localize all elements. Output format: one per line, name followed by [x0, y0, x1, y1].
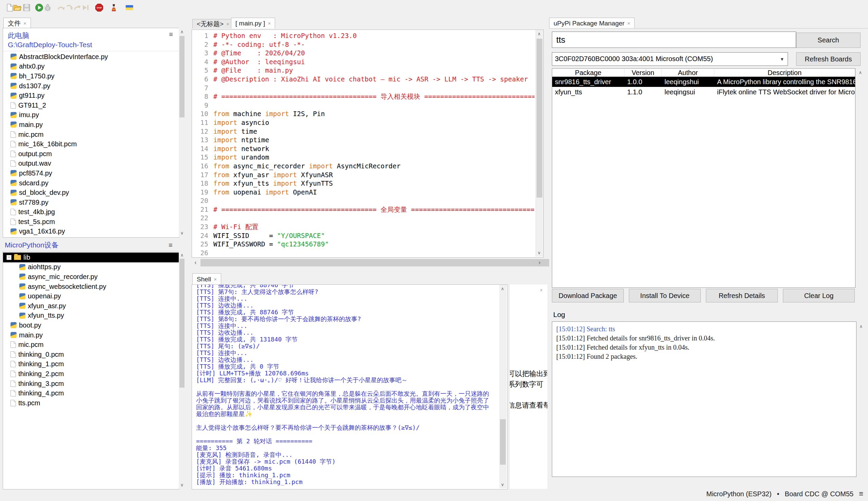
file-item[interactable]: test_5s.pcm — [3, 217, 179, 227]
device-item[interactable]: tts.pcm — [3, 398, 179, 408]
scroll-up-icon[interactable] — [536, 31, 542, 37]
file-item[interactable]: mic_16k_16bit.pcm — [3, 139, 179, 149]
close-icon[interactable] — [214, 277, 217, 282]
file-item[interactable]: mic.pcm — [3, 130, 179, 139]
device-menu-icon[interactable] — [168, 242, 173, 248]
scroll-down-icon[interactable] — [179, 482, 185, 488]
column-header[interactable]: Author — [662, 68, 714, 77]
scroll-down-icon[interactable] — [179, 230, 185, 236]
install-to-device-button[interactable]: Install To Device — [629, 289, 701, 302]
shell-line: [TTS] 连接中... — [196, 350, 498, 356]
device-item[interactable]: thinking_0.pcm — [3, 350, 179, 360]
file-item-label: sdcard.py — [19, 179, 48, 187]
file-item[interactable]: output.wav — [3, 159, 179, 169]
refresh-details-button[interactable]: Refresh Details — [706, 289, 778, 302]
clear-log-button[interactable]: Clear Log — [783, 289, 855, 302]
search-input[interactable] — [552, 32, 796, 48]
device-item[interactable]: thinking_4.pcm — [3, 388, 179, 398]
scroll-down-icon[interactable] — [536, 249, 542, 256]
tab-files[interactable]: 文件 — [3, 18, 31, 29]
device-item[interactable]: thinking_3.pcm — [3, 379, 179, 388]
device-item[interactable]: thinking_2.pcm — [3, 369, 179, 379]
device-item[interactable]: aiohttps.py — [3, 263, 179, 272]
assistant-line — [510, 389, 548, 400]
tab-package-manager[interactable]: uPyPi Package Manager — [549, 18, 635, 29]
files-menu-icon[interactable] — [169, 31, 173, 38]
file-item[interactable]: gt911.py — [3, 90, 179, 100]
close-icon[interactable] — [627, 21, 630, 26]
assistant-figure-icon[interactable] — [110, 3, 118, 12]
file-item[interactable]: ahtx0.py — [3, 62, 179, 72]
device-item[interactable]: main.py — [3, 330, 179, 340]
device-item[interactable]: async_websocketclient.py — [3, 282, 179, 291]
device-item[interactable]: mic.pcm — [3, 340, 179, 350]
device-item[interactable]: async_mic_recorder.py — [3, 272, 179, 282]
this-pc-label[interactable]: 此电脑 — [8, 31, 29, 40]
editor-hscrollbar[interactable] — [191, 258, 543, 268]
tab-shell[interactable]: Shell — [192, 273, 221, 285]
python-file-icon — [19, 293, 25, 299]
device-scrollbar[interactable] — [179, 251, 185, 489]
file-item[interactable]: output.pcm — [3, 149, 179, 159]
file-item-label: main.py — [19, 121, 43, 129]
table-row[interactable]: snr9816_tts_driver1.0.0leeqingshuiA Micr… — [552, 77, 855, 87]
files-scrollbar[interactable] — [179, 28, 185, 237]
tab-main-py[interactable]: [ main.py ] — [231, 18, 275, 29]
device-item[interactable]: uopenai.py — [3, 291, 179, 301]
search-button[interactable]: Search — [796, 33, 860, 48]
file-item[interactable]: imu.py — [3, 110, 179, 120]
column-header[interactable]: Description — [714, 68, 855, 77]
file-item[interactable]: ds1307.py — [3, 81, 179, 91]
collapse-icon[interactable] — [7, 255, 12, 260]
file-item[interactable]: vga1_16x16.py — [3, 227, 179, 237]
scroll-up-icon[interactable] — [499, 286, 506, 292]
close-icon[interactable] — [540, 287, 543, 293]
close-icon[interactable] — [23, 21, 26, 26]
file-item[interactable]: GT911_2 — [3, 100, 179, 110]
scrollbar-thumb[interactable] — [500, 419, 506, 465]
line-number: 16 — [192, 162, 208, 171]
file-item[interactable]: main.py — [3, 120, 179, 130]
board-select[interactable]: 3C0F02D760BC0000 303a:4001 Microsoft (CO… — [552, 52, 788, 66]
scroll-up-icon[interactable] — [858, 323, 864, 330]
shell-scrollbar[interactable] — [499, 285, 507, 489]
device-item[interactable]: thinking_1.pcm — [3, 360, 179, 369]
file-item[interactable]: AbstractBlockDevInterface.py — [3, 52, 179, 62]
scroll-down-icon[interactable] — [499, 481, 506, 488]
scroll-up-icon[interactable] — [857, 69, 864, 76]
refresh-boards-button[interactable]: Refresh Boards — [796, 52, 860, 66]
file-item[interactable]: test_4kb.jpg — [3, 207, 179, 217]
close-icon[interactable] — [268, 21, 271, 26]
device-item[interactable]: xfyun_tts.py — [3, 311, 179, 321]
scroll-up-icon[interactable] — [179, 252, 185, 258]
run-icon[interactable] — [35, 3, 43, 12]
file-item[interactable]: sd_block_dev.py — [3, 188, 179, 198]
device-item[interactable]: xfyun_asr.py — [3, 301, 179, 311]
column-header[interactable]: Package — [552, 68, 625, 77]
scroll-right-icon[interactable] — [536, 259, 543, 266]
scrollbar-thumb[interactable] — [179, 259, 185, 388]
download-package-button[interactable]: Download Package — [552, 289, 624, 302]
scroll-up-icon[interactable] — [179, 29, 185, 35]
scroll-left-icon[interactable] — [192, 259, 199, 266]
close-icon[interactable] — [226, 21, 229, 26]
open-file-icon[interactable] — [13, 3, 21, 12]
editor-vscrollbar[interactable] — [536, 30, 543, 257]
column-header[interactable]: Version — [625, 68, 662, 77]
scrollbar-thumb[interactable] — [179, 36, 185, 117]
file-item[interactable]: bh_1750.py — [3, 71, 179, 81]
scrollbar-thumb[interactable] — [537, 39, 542, 198]
tab-untitled[interactable]: <无标题> — [192, 19, 234, 29]
device-item[interactable]: lib — [3, 253, 179, 263]
shell-pane[interactable]: [TTS] 播放完成, 共 88746 字节[TTS] 第7句: 主人觉得这个故… — [191, 285, 508, 489]
current-path[interactable]: G:\GraftDeploy-Touch-Test — [8, 41, 92, 49]
file-item[interactable]: st7789.py — [3, 198, 179, 207]
file-item[interactable]: pcf8574.py — [3, 168, 179, 178]
file-item[interactable]: sdcard.py — [3, 178, 179, 188]
stop-icon[interactable]: STOP — [95, 3, 103, 12]
table-row[interactable]: xfyun_tts1.1.0leeqingsuiiFlytek online T… — [552, 87, 855, 97]
log-box[interactable]: [15:01:12] Search: tts[15:01:12] Fetched… — [552, 321, 856, 477]
device-item[interactable]: boot.py — [3, 320, 179, 330]
ukraine-flag-icon[interactable] — [125, 3, 134, 12]
code-editor[interactable]: 1# Python env : MicroPython v1.23.02# -*… — [191, 30, 544, 258]
